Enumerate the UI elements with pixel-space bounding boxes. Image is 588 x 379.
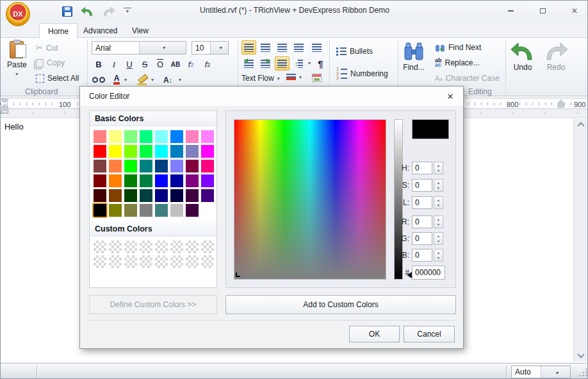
color-swatch[interactable]	[201, 160, 214, 173]
font-family-caret-icon[interactable]: ▾	[139, 42, 186, 54]
shading-button[interactable]: ▾	[286, 74, 302, 80]
cut-button[interactable]: ✂ Cut	[36, 43, 58, 53]
custom-color-swatch[interactable]	[109, 255, 122, 268]
superscript-button[interactable]: f2	[200, 58, 215, 71]
line-spacing-caret[interactable]: ▾	[306, 56, 313, 70]
color-swatch[interactable]	[109, 160, 122, 173]
custom-color-swatch[interactable]	[140, 255, 152, 268]
align-left-button[interactable]	[241, 40, 256, 55]
tab-view[interactable]: View	[124, 23, 157, 38]
lightness-input[interactable]	[412, 196, 432, 209]
increase-indent-button[interactable]	[258, 56, 273, 71]
custom-color-swatch[interactable]	[186, 255, 199, 268]
color-swatch[interactable]	[140, 189, 152, 202]
color-swatch[interactable]	[124, 145, 137, 158]
color-swatch[interactable]	[186, 145, 199, 158]
pilcrow-button[interactable]: ¶	[313, 56, 328, 71]
redo-button[interactable]: Redo	[543, 42, 569, 72]
color-swatch[interactable]	[109, 189, 122, 202]
color-swatch[interactable]	[124, 189, 137, 202]
custom-color-swatch[interactable]	[201, 255, 214, 268]
saturation-spinner[interactable]: ▲▼	[434, 179, 443, 192]
color-swatch[interactable]	[170, 160, 183, 173]
color-swatch[interactable]	[140, 160, 152, 173]
ok-button[interactable]: OK	[349, 326, 400, 342]
scroll-down-button[interactable]	[574, 349, 588, 360]
blue-spinner[interactable]: ▲▼	[434, 249, 443, 262]
dialog-close-button[interactable]: ✕	[437, 87, 463, 106]
cancel-button[interactable]: Cancel	[404, 326, 455, 342]
replace-button[interactable]: abac Replace...	[435, 58, 480, 67]
subscript-button[interactable]: f2	[184, 58, 198, 71]
color-swatch[interactable]	[201, 130, 214, 143]
minimize-button[interactable]	[502, 4, 519, 17]
app-menu-button[interactable]: DX	[6, 2, 30, 26]
color-swatch[interactable]	[155, 204, 168, 217]
dialog-title-bar[interactable]: Color Editor ✕	[80, 87, 463, 106]
color-swatch[interactable]	[186, 189, 199, 202]
color-swatch[interactable]	[124, 160, 137, 173]
color-swatch[interactable]	[170, 145, 183, 158]
hex-input[interactable]	[412, 265, 445, 280]
font-family-select[interactable]: Arial▾	[92, 41, 186, 55]
hue-saturation-picker[interactable]	[234, 119, 386, 280]
color-swatch[interactable]	[201, 204, 214, 217]
color-swatch[interactable]	[201, 145, 214, 158]
color-swatch[interactable]	[94, 160, 106, 173]
color-swatch[interactable]	[170, 204, 183, 217]
numbering-button[interactable]: Numbering	[336, 67, 388, 80]
color-swatch[interactable]	[155, 174, 168, 187]
color-swatch[interactable]	[201, 174, 214, 187]
custom-color-swatch[interactable]	[170, 240, 183, 253]
color-swatch[interactable]	[124, 174, 137, 187]
color-swatch[interactable]	[155, 189, 168, 202]
color-swatch[interactable]	[140, 130, 152, 143]
custom-color-swatch[interactable]	[124, 240, 137, 253]
custom-color-swatch[interactable]	[170, 255, 183, 268]
text-flow-button[interactable]: Text Flow▾	[241, 74, 280, 83]
wrap-marks-button[interactable]	[275, 56, 290, 71]
hue-input[interactable]	[412, 162, 432, 174]
tab-home[interactable]: Home	[39, 23, 78, 38]
color-swatch[interactable]	[109, 130, 122, 143]
custom-color-swatch[interactable]	[124, 255, 137, 268]
tab-advanced[interactable]: Advanced	[75, 23, 126, 38]
decrease-indent-button[interactable]	[241, 56, 256, 71]
color-swatch[interactable]	[155, 130, 168, 143]
color-swatch[interactable]	[155, 160, 168, 173]
saturation-input[interactable]	[412, 179, 432, 192]
vertical-scrollbar[interactable]	[573, 119, 587, 362]
blue-input[interactable]	[412, 249, 432, 262]
font-size-caret-icon[interactable]: ▾	[210, 42, 229, 54]
color-swatch[interactable]	[124, 130, 137, 143]
custom-color-swatch[interactable]	[140, 240, 152, 253]
color-swatch[interactable]	[170, 189, 183, 202]
color-swatch[interactable]	[186, 204, 199, 217]
color-swatch[interactable]	[186, 174, 199, 187]
custom-color-swatch[interactable]	[94, 255, 106, 268]
color-swatch[interactable]	[109, 204, 122, 217]
maximize-button[interactable]	[534, 4, 551, 17]
color-swatch[interactable]	[94, 130, 106, 143]
color-swatch[interactable]	[94, 189, 106, 202]
left-indent-marker[interactable]	[1, 110, 8, 114]
highlight-button[interactable]	[135, 73, 149, 87]
color-swatch[interactable]	[140, 174, 152, 187]
custom-color-swatch[interactable]	[109, 240, 122, 253]
color-swatch[interactable]	[186, 160, 199, 173]
underline-button[interactable]: U	[122, 58, 136, 71]
justify-button[interactable]	[291, 40, 306, 55]
color-swatch[interactable]	[109, 145, 122, 158]
add-to-custom-colors-button[interactable]: Add to Custom Colors	[225, 295, 456, 314]
color-swatch[interactable]	[201, 189, 214, 202]
bold-button[interactable]: B	[92, 58, 106, 71]
define-custom-colors-button[interactable]: Define Custom Colors >>	[89, 295, 217, 314]
color-swatch[interactable]	[170, 174, 183, 187]
strikethrough-button[interactable]: S	[138, 58, 152, 71]
line-spacing-button[interactable]: ↕	[291, 56, 306, 71]
color-swatch[interactable]	[186, 130, 199, 143]
zoom-select[interactable]: Auto ▾	[511, 366, 571, 378]
overline-button[interactable]: O	[153, 58, 167, 71]
resize-grip[interactable]	[578, 367, 587, 376]
align-right-button[interactable]	[275, 40, 290, 55]
